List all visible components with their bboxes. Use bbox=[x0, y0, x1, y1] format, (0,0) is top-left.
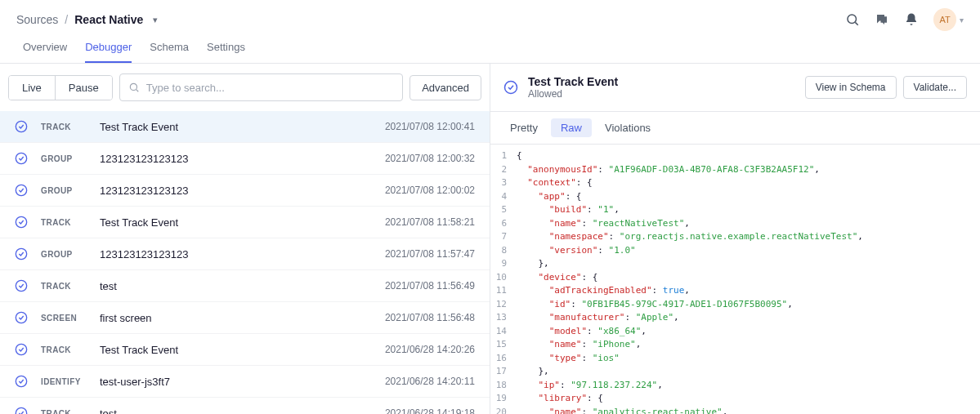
chevron-down-icon[interactable]: ▾ bbox=[153, 15, 158, 25]
event-type: GROUP bbox=[41, 186, 87, 195]
event-row[interactable]: GROUP1231231231231232021/07/08 12:00:02 bbox=[0, 175, 490, 207]
event-type: TRACK bbox=[41, 409, 87, 415]
event-time: 2021/07/08 11:58:21 bbox=[385, 216, 475, 228]
event-type: TRACK bbox=[41, 282, 87, 291]
svg-point-2 bbox=[130, 83, 136, 90]
search-icon bbox=[128, 82, 140, 93]
svg-point-5 bbox=[16, 153, 26, 163]
event-name: 123123123123123 bbox=[100, 153, 372, 165]
breadcrumb-current[interactable]: React Native bbox=[74, 13, 143, 26]
event-row[interactable]: TRACKTest Track Event2021/06/28 14:20:26 bbox=[0, 334, 490, 366]
chevron-down-icon: ▾ bbox=[960, 16, 964, 24]
event-time: 2021/07/08 11:56:49 bbox=[385, 280, 475, 292]
event-type: GROUP bbox=[41, 154, 87, 163]
svg-point-7 bbox=[16, 216, 26, 227]
event-time: 2021/07/08 12:00:41 bbox=[385, 121, 475, 132]
event-row[interactable]: GROUP1231231231231232021/07/08 12:00:32 bbox=[0, 143, 490, 175]
svg-point-11 bbox=[16, 344, 26, 354]
event-type: GROUP bbox=[41, 250, 87, 259]
event-type: SCREEN bbox=[41, 314, 87, 323]
code-line: 11 "adTrackingEnabled": true, bbox=[490, 284, 980, 298]
code-line: 12 "id": "0FB1FB45-979C-4917-ADE1-D1067F… bbox=[490, 298, 980, 312]
code-line: 7 "namespace": "org.reactjs.native.examp… bbox=[490, 230, 980, 244]
pause-button[interactable]: Pause bbox=[56, 76, 112, 100]
event-row[interactable]: GROUP1231231231231232021/07/08 11:57:47 bbox=[0, 238, 490, 270]
check-circle-icon bbox=[15, 279, 28, 292]
check-circle-icon bbox=[15, 120, 28, 133]
event-row[interactable]: TRACKTest Track Event2021/07/08 12:00:41 bbox=[0, 111, 490, 143]
event-time: 2021/06/28 14:20:11 bbox=[385, 376, 475, 387]
svg-point-8 bbox=[16, 248, 26, 259]
subtab-violations[interactable]: Violations bbox=[595, 118, 660, 137]
event-list[interactable]: TRACKTest Track Event2021/07/08 12:00:41… bbox=[0, 111, 490, 414]
svg-point-9 bbox=[16, 280, 26, 291]
main-tabs: OverviewDebuggerSchemaSettings bbox=[0, 34, 980, 64]
event-type: TRACK bbox=[41, 345, 87, 354]
tab-overview[interactable]: Overview bbox=[23, 41, 67, 63]
check-circle-icon bbox=[15, 407, 28, 414]
code-line: 10 "device": { bbox=[490, 271, 980, 285]
svg-line-1 bbox=[855, 22, 857, 24]
event-time: 2021/07/08 12:00:32 bbox=[385, 153, 475, 164]
raw-json-viewer[interactable]: 1{2 "anonymousId": "A1F96ADF-D03A-4B70-A… bbox=[490, 145, 980, 414]
code-line: 16 "type": "ios" bbox=[490, 352, 980, 366]
code-line: 5 "build": "1", bbox=[490, 203, 980, 217]
code-line: 13 "manufacturer": "Apple", bbox=[490, 311, 980, 325]
live-button[interactable]: Live bbox=[9, 76, 56, 100]
subtab-pretty[interactable]: Pretty bbox=[500, 118, 548, 137]
event-row[interactable]: TRACKTest Track Event2021/07/08 11:58:21 bbox=[0, 207, 490, 238]
event-list-pane: Live Pause Advanced TRACKTest Track Even… bbox=[0, 64, 490, 414]
check-circle-icon bbox=[15, 184, 28, 197]
event-detail-pane: Test Track Event Allowed View in Schema … bbox=[490, 64, 980, 414]
event-name: 123123123123123 bbox=[100, 248, 372, 260]
breadcrumb-parent[interactable]: Sources bbox=[16, 13, 58, 26]
search-field[interactable] bbox=[119, 73, 403, 101]
tab-settings[interactable]: Settings bbox=[207, 41, 245, 63]
tab-debugger[interactable]: Debugger bbox=[85, 41, 132, 63]
chat-icon[interactable] bbox=[875, 12, 889, 27]
code-line: 6 "name": "reactNativeTest", bbox=[490, 217, 980, 231]
svg-point-0 bbox=[848, 15, 857, 24]
event-name: Test Track Event bbox=[100, 121, 372, 133]
event-name: test bbox=[100, 280, 372, 292]
search-input[interactable] bbox=[146, 82, 394, 94]
code-line: 15 "name": "iPhone", bbox=[490, 338, 980, 352]
svg-point-15 bbox=[505, 82, 517, 94]
svg-line-3 bbox=[136, 90, 138, 92]
event-name: Test Track Event bbox=[100, 344, 372, 356]
event-row[interactable]: SCREENfirst screen2021/07/08 11:56:48 bbox=[0, 302, 490, 334]
event-name: 123123123123123 bbox=[100, 185, 372, 197]
advanced-button[interactable]: Advanced bbox=[409, 75, 481, 100]
subtab-raw[interactable]: Raw bbox=[551, 118, 592, 137]
check-circle-icon bbox=[15, 311, 28, 324]
header-actions: AT ▾ bbox=[845, 8, 964, 31]
event-time: 2021/06/28 14:20:26 bbox=[385, 344, 475, 355]
tab-schema[interactable]: Schema bbox=[150, 41, 189, 63]
code-line: 14 "model": "x86_64", bbox=[490, 325, 980, 339]
event-row[interactable]: IDENTIFYtest-user-js3ft72021/06/28 14:20… bbox=[0, 366, 490, 398]
check-circle-icon bbox=[503, 80, 518, 95]
breadcrumb-separator: / bbox=[65, 13, 68, 26]
check-circle-icon bbox=[15, 375, 28, 388]
code-line: 8 "version": "1.0" bbox=[490, 244, 980, 258]
user-menu[interactable]: AT ▾ bbox=[933, 8, 964, 31]
code-line: 4 "app": { bbox=[490, 190, 980, 204]
event-type: IDENTIFY bbox=[41, 377, 87, 386]
svg-point-4 bbox=[16, 121, 26, 131]
event-name: test bbox=[100, 407, 372, 415]
event-time: 2021/07/08 12:00:02 bbox=[385, 185, 475, 196]
live-pause-group: Live Pause bbox=[8, 75, 113, 100]
view-schema-button[interactable]: View in Schema bbox=[805, 76, 897, 99]
search-icon[interactable] bbox=[845, 12, 860, 27]
bell-icon[interactable] bbox=[904, 12, 919, 27]
svg-point-10 bbox=[16, 312, 26, 323]
code-line: 3 "context": { bbox=[490, 176, 980, 190]
event-row[interactable]: TRACKtest2021/07/08 11:56:49 bbox=[0, 270, 490, 302]
event-row[interactable]: TRACKtest2021/06/28 14:19:18 bbox=[0, 398, 490, 414]
debugger-toolbar: Live Pause Advanced bbox=[0, 64, 490, 111]
check-circle-icon bbox=[15, 343, 28, 356]
validate-button[interactable]: Validate... bbox=[903, 76, 967, 99]
event-type: TRACK bbox=[41, 122, 87, 131]
event-name: first screen bbox=[100, 312, 372, 324]
check-circle-icon bbox=[15, 216, 28, 229]
